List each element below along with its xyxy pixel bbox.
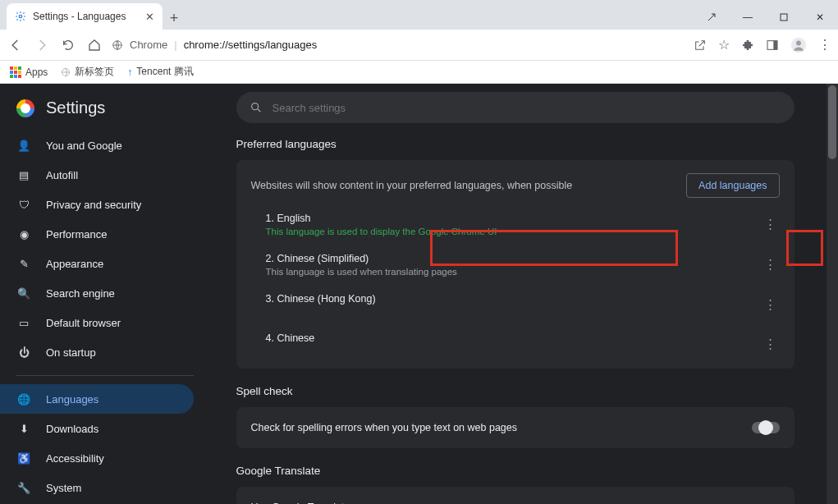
section-title-preferred: Preferred languages (236, 138, 794, 150)
minimize-button[interactable]: ― (730, 5, 766, 30)
sidebar-item-you-and-google[interactable]: 👤You and Google (0, 131, 194, 160)
sidebar-item-label: You and Google (46, 140, 122, 152)
sidebar-item-label: On startup (46, 346, 96, 359)
bookmarks-bar: Apps 新标签页 ↑Tencent 腾讯 (0, 61, 838, 84)
back-button[interactable] (7, 36, 25, 54)
maximize-button[interactable] (766, 5, 802, 30)
sidebar-item-languages[interactable]: 🌐Languages (0, 384, 194, 414)
sidebar-item-privacy[interactable]: 🛡Privacy and security (0, 190, 194, 219)
person-icon: 👤 (16, 140, 31, 152)
chrome-logo-icon (16, 99, 34, 117)
spell-check-toggle[interactable] (752, 422, 780, 433)
sidebar: Settings 👤You and Google ▤Autofill 🛡Priv… (0, 84, 210, 504)
sidebar-item-default-browser[interactable]: ▭Default browser (0, 308, 194, 337)
sidebar-item-on-startup[interactable]: ⏻On startup (0, 337, 194, 367)
svg-rect-7 (10, 66, 13, 70)
gear-icon (15, 11, 26, 22)
search-input[interactable] (272, 102, 781, 114)
svg-rect-14 (14, 75, 17, 78)
search-settings[interactable] (236, 92, 794, 123)
accessibility-icon: ♿ (16, 452, 31, 465)
language-label: 4. Chinese (266, 332, 315, 344)
sidebar-item-label: Appearance (46, 258, 103, 270)
sidebar-item-label: Privacy and security (46, 199, 141, 211)
globe-icon (112, 39, 123, 51)
section-title-spell: Spell check (236, 385, 794, 397)
scrollbar-thumb[interactable] (828, 85, 836, 159)
sidebar-item-label: System (46, 482, 81, 494)
sidebar-item-system[interactable]: 🔧System (0, 473, 194, 502)
brush-icon: ✎ (16, 258, 31, 270)
search-icon: 🔍 (16, 287, 31, 300)
sidebar-item-accessibility[interactable]: ♿Accessibility (0, 443, 194, 473)
home-button[interactable] (85, 36, 103, 54)
browser-icon: ▭ (16, 317, 31, 329)
wrench-icon: 🔧 (16, 482, 31, 494)
bookmark-label: 新标签页 (75, 65, 114, 79)
bookmark-label: Apps (25, 66, 48, 78)
extensions-icon[interactable] (741, 39, 754, 52)
tab-title: Settings - Languages (33, 11, 126, 22)
download-icon: ⬇ (16, 423, 31, 435)
more-options-button[interactable]: ⋮ (761, 213, 780, 236)
separator (16, 375, 194, 376)
browser-tab[interactable]: Settings - Languages ✕ (7, 3, 163, 30)
menu-icon[interactable]: ⋮ (818, 37, 831, 53)
svg-point-6 (796, 40, 801, 45)
highlight-box (430, 230, 678, 266)
browser-toolbar: Chrome | chrome://settings/languages ☆ ⋮ (0, 30, 838, 61)
google-translate-card: Use Google Translate When on, Google Tra… (236, 487, 794, 504)
svg-rect-4 (773, 40, 777, 49)
bookmark-item[interactable]: 新标签页 (61, 65, 114, 79)
speedometer-icon: ◉ (16, 228, 31, 241)
language-label: 2. Chinese (Simplified) (266, 253, 457, 264)
close-window-button[interactable]: ✕ (802, 5, 838, 30)
scrollbar[interactable] (827, 84, 838, 504)
sidebar-item-label: Search engine (46, 287, 115, 300)
language-row: 4. Chinese ⋮ (236, 324, 794, 369)
add-languages-button[interactable]: Add languages (686, 173, 779, 198)
minimize-button[interactable] (694, 5, 730, 30)
sidebar-item-label: Accessibility (46, 452, 104, 465)
sidebar-item-label: Performance (46, 228, 107, 241)
svg-point-0 (19, 15, 22, 18)
language-row: 3. Chinese (Hong Kong) ⋮ (236, 285, 794, 324)
section-title-translate: Google Translate (236, 465, 794, 477)
reload-button[interactable] (59, 36, 77, 54)
close-icon[interactable]: ✕ (145, 11, 154, 23)
autofill-icon: ▤ (16, 169, 31, 181)
svg-rect-11 (14, 71, 17, 74)
more-options-button[interactable]: ⋮ (761, 332, 780, 355)
more-options-button[interactable]: ⋮ (761, 253, 780, 276)
sidebar-item-downloads[interactable]: ⬇Downloads (0, 414, 194, 443)
bookmark-label: Tencent 腾讯 (136, 65, 193, 79)
sidebar-item-search-engine[interactable]: 🔍Search engine (0, 278, 194, 308)
svg-rect-10 (10, 71, 13, 74)
spell-check-label: Check for spelling errors when you type … (251, 422, 517, 433)
new-tab-button[interactable]: + (163, 7, 185, 30)
share-icon[interactable] (694, 39, 707, 52)
settings-app: Settings 👤You and Google ▤Autofill 🛡Priv… (0, 84, 838, 504)
sidebar-item-autofill[interactable]: ▤Autofill (0, 160, 194, 190)
sidebar-item-performance[interactable]: ◉Performance (0, 219, 194, 249)
svg-rect-12 (18, 71, 21, 74)
svg-rect-1 (781, 14, 787, 21)
more-options-button[interactable]: ⋮ (761, 293, 780, 316)
url-host: Chrome (130, 39, 167, 51)
power-icon: ⏻ (16, 346, 31, 359)
sidebar-item-label: Default browser (46, 317, 121, 329)
bookmark-item[interactable]: ↑Tencent 腾讯 (127, 65, 193, 79)
side-panel-icon[interactable] (766, 39, 779, 52)
search-icon (250, 101, 263, 114)
forward-button[interactable] (33, 36, 51, 54)
address-bar[interactable]: Chrome | chrome://settings/languages (112, 39, 685, 51)
sidebar-item-appearance[interactable]: ✎Appearance (0, 249, 194, 278)
shield-icon: 🛡 (16, 199, 31, 211)
card-description: Websites will show content in your prefe… (251, 180, 573, 191)
window-controls: ― ✕ (694, 5, 838, 30)
apps-bookmark[interactable]: Apps (10, 66, 48, 78)
svg-rect-13 (10, 75, 13, 78)
svg-point-17 (251, 103, 258, 110)
bookmark-icon[interactable]: ☆ (718, 37, 730, 53)
profile-icon[interactable] (790, 37, 807, 53)
